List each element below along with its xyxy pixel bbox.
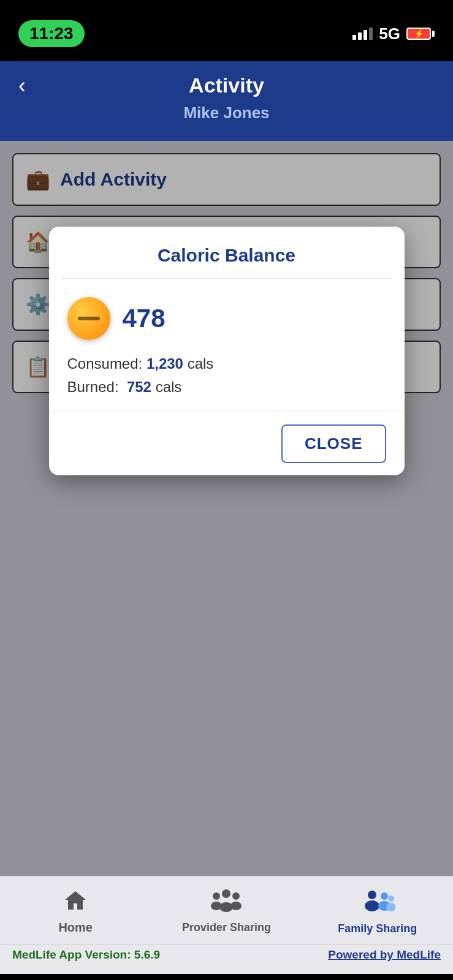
header: ‹ Activity Mike Jones: [0, 61, 453, 141]
battery-icon: ⚡: [406, 28, 435, 40]
family-sharing-label: Family Sharing: [338, 922, 417, 935]
nav-item-family-sharing[interactable]: Family Sharing: [302, 885, 453, 938]
back-button[interactable]: ‹: [18, 75, 26, 97]
home-indicator: [0, 974, 453, 980]
signal-bars: [352, 28, 373, 40]
modal-footer: CLOSE: [49, 412, 405, 475]
header-top: ‹ Activity: [18, 74, 435, 97]
close-button[interactable]: CLOSE: [281, 424, 386, 463]
caloric-status-icon: [67, 297, 110, 340]
battery-body: ⚡: [406, 28, 431, 40]
nav-item-provider-sharing[interactable]: Provider Sharing: [151, 885, 302, 938]
family-sharing-icon: [360, 888, 395, 919]
battery-tip: [432, 31, 435, 37]
signal-bar-3: [364, 30, 367, 40]
caloric-balance-modal: Caloric Balance 478 Consumed: 1,230 cals…: [49, 227, 405, 475]
provider-sharing-label: Provider Sharing: [182, 921, 271, 934]
modal-body: 478: [49, 279, 405, 352]
consumed-unit: cals: [188, 355, 214, 372]
burned-label: Burned:: [67, 379, 119, 395]
status-right: 5G ⚡: [352, 24, 435, 43]
modal-overlay: Caloric Balance 478 Consumed: 1,230 cals…: [0, 141, 453, 876]
signal-bar-1: [352, 35, 356, 40]
svg-point-8: [381, 892, 388, 900]
network-type: 5G: [379, 24, 400, 43]
burned-stat: Burned: 752 cals: [67, 375, 386, 399]
home-nav-label: Home: [58, 921, 93, 935]
powered-by[interactable]: Powered by MedLife: [328, 948, 441, 962]
svg-point-10: [388, 895, 394, 902]
app-version: MedLife App Version: 5.6.9: [12, 948, 160, 962]
user-name: Mike Jones: [183, 104, 269, 123]
svg-point-7: [365, 900, 379, 911]
signal-bar-2: [358, 32, 362, 40]
svg-point-5: [230, 902, 242, 910]
svg-point-1: [222, 889, 230, 898]
main-content: 💼 Add Activity 🏠 ⚙️ 📋 Caloric Balance 47…: [0, 141, 453, 876]
status-bar: 11:23 5G ⚡: [0, 0, 453, 61]
page-title: Activity: [189, 74, 264, 97]
home-nav-icon: [63, 888, 88, 917]
modal-stats: Consumed: 1,230 cals Burned: 752 cals: [49, 352, 405, 412]
burned-value: 752: [127, 379, 151, 395]
status-time: 11:23: [18, 20, 85, 47]
app-footer: MedLife App Version: 5.6.9 Powered by Me…: [0, 944, 453, 974]
minus-icon: [78, 317, 100, 320]
svg-point-0: [213, 892, 220, 900]
signal-bar-4: [369, 28, 373, 40]
burned-unit: cals: [156, 379, 182, 395]
battery-bolt-icon: ⚡: [414, 29, 424, 39]
bottom-nav: Home Provider Sharing: [0, 876, 453, 944]
bottom-nav-container: Home Provider Sharing: [0, 876, 453, 974]
provider-sharing-icon: [210, 888, 242, 918]
nav-item-home[interactable]: Home: [0, 885, 151, 938]
consumed-value: 1,230: [147, 355, 183, 372]
consumed-stat: Consumed: 1,230 cals: [67, 352, 386, 375]
svg-point-2: [232, 892, 240, 900]
consumed-label: Consumed:: [67, 355, 143, 372]
caloric-value: 478: [123, 304, 166, 333]
svg-point-6: [368, 891, 376, 899]
modal-title: Caloric Balance: [49, 227, 405, 278]
